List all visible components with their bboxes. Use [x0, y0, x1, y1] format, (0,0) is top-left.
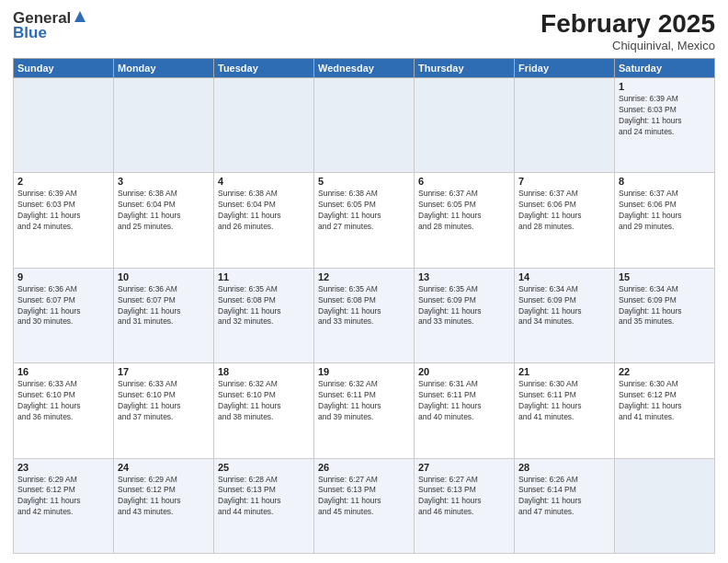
calendar-cell [415, 78, 515, 173]
day-number: 1 [619, 81, 711, 92]
calendar-cell: 16Sunrise: 6:33 AM Sunset: 6:10 PM Dayli… [14, 363, 114, 458]
day-number: 22 [619, 366, 711, 377]
calendar-cell: 14Sunrise: 6:34 AM Sunset: 6:09 PM Dayli… [515, 268, 615, 362]
day-number: 8 [619, 176, 711, 187]
calendar-cell: 1Sunrise: 6:39 AM Sunset: 6:03 PM Daylig… [615, 78, 715, 173]
day-number: 6 [418, 176, 510, 187]
day-number: 23 [17, 462, 109, 473]
day-info: Sunrise: 6:26 AM Sunset: 6:14 PM Dayligh… [518, 475, 610, 519]
day-number: 11 [218, 271, 310, 282]
day-number: 26 [318, 462, 410, 473]
calendar-cell: 25Sunrise: 6:28 AM Sunset: 6:13 PM Dayli… [214, 458, 314, 553]
calendar-cell: 27Sunrise: 6:27 AM Sunset: 6:13 PM Dayli… [415, 458, 515, 553]
day-info: Sunrise: 6:37 AM Sunset: 6:06 PM Dayligh… [518, 189, 610, 233]
day-number: 3 [118, 176, 210, 187]
day-number: 15 [619, 271, 711, 282]
day-number: 20 [418, 366, 510, 377]
calendar-cell: 6Sunrise: 6:37 AM Sunset: 6:05 PM Daylig… [415, 173, 515, 268]
day-number: 12 [318, 271, 410, 282]
weekday-header: Saturday [615, 59, 715, 78]
day-info: Sunrise: 6:38 AM Sunset: 6:04 PM Dayligh… [118, 189, 210, 233]
day-info: Sunrise: 6:31 AM Sunset: 6:11 PM Dayligh… [418, 379, 510, 423]
location: Chiquinival, Mexico [540, 39, 715, 52]
day-info: Sunrise: 6:28 AM Sunset: 6:13 PM Dayligh… [218, 475, 310, 519]
calendar-cell [14, 78, 114, 173]
day-info: Sunrise: 6:38 AM Sunset: 6:05 PM Dayligh… [318, 189, 410, 233]
calendar-cell: 10Sunrise: 6:36 AM Sunset: 6:07 PM Dayli… [114, 268, 214, 362]
calendar-table: SundayMondayTuesdayWednesdayThursdayFrid… [13, 58, 715, 554]
calendar-cell: 2Sunrise: 6:39 AM Sunset: 6:03 PM Daylig… [14, 173, 114, 268]
weekday-header: Thursday [415, 59, 515, 78]
weekday-header: Monday [114, 59, 214, 78]
day-number: 7 [518, 176, 610, 187]
page: General Blue February 2025 Chiquinival, … [0, 0, 728, 563]
calendar-cell: 3Sunrise: 6:38 AM Sunset: 6:04 PM Daylig… [114, 173, 214, 268]
month-title: February 2025 [540, 9, 715, 39]
calendar-cell: 7Sunrise: 6:37 AM Sunset: 6:06 PM Daylig… [515, 173, 615, 268]
calendar-cell: 28Sunrise: 6:26 AM Sunset: 6:14 PM Dayli… [515, 458, 615, 553]
day-info: Sunrise: 6:27 AM Sunset: 6:13 PM Dayligh… [418, 475, 510, 519]
day-info: Sunrise: 6:34 AM Sunset: 6:09 PM Dayligh… [619, 284, 711, 328]
calendar-cell: 18Sunrise: 6:32 AM Sunset: 6:10 PM Dayli… [214, 363, 314, 458]
calendar-cell: 12Sunrise: 6:35 AM Sunset: 6:08 PM Dayli… [314, 268, 415, 362]
day-number: 10 [118, 271, 210, 282]
calendar-cell: 15Sunrise: 6:34 AM Sunset: 6:09 PM Dayli… [615, 268, 715, 362]
day-info: Sunrise: 6:33 AM Sunset: 6:10 PM Dayligh… [17, 379, 109, 423]
day-info: Sunrise: 6:39 AM Sunset: 6:03 PM Dayligh… [619, 94, 711, 138]
day-number: 17 [118, 366, 210, 377]
weekday-header: Wednesday [314, 59, 415, 78]
day-info: Sunrise: 6:35 AM Sunset: 6:09 PM Dayligh… [418, 284, 510, 328]
day-info: Sunrise: 6:32 AM Sunset: 6:11 PM Dayligh… [318, 379, 410, 423]
calendar-cell: 5Sunrise: 6:38 AM Sunset: 6:05 PM Daylig… [314, 173, 415, 268]
svg-marker-0 [74, 11, 85, 22]
day-info: Sunrise: 6:29 AM Sunset: 6:12 PM Dayligh… [118, 475, 210, 519]
day-number: 9 [17, 271, 109, 282]
weekday-header: Tuesday [214, 59, 314, 78]
calendar-cell: 8Sunrise: 6:37 AM Sunset: 6:06 PM Daylig… [615, 173, 715, 268]
day-info: Sunrise: 6:36 AM Sunset: 6:07 PM Dayligh… [118, 284, 210, 328]
day-info: Sunrise: 6:30 AM Sunset: 6:12 PM Dayligh… [619, 379, 711, 423]
calendar-cell: 23Sunrise: 6:29 AM Sunset: 6:12 PM Dayli… [14, 458, 114, 553]
calendar-cell: 22Sunrise: 6:30 AM Sunset: 6:12 PM Dayli… [615, 363, 715, 458]
calendar-cell [214, 78, 314, 173]
calendar-cell: 17Sunrise: 6:33 AM Sunset: 6:10 PM Dayli… [114, 363, 214, 458]
calendar-cell: 19Sunrise: 6:32 AM Sunset: 6:11 PM Dayli… [314, 363, 415, 458]
day-info: Sunrise: 6:39 AM Sunset: 6:03 PM Dayligh… [17, 189, 109, 233]
day-number: 18 [218, 366, 310, 377]
calendar-cell: 24Sunrise: 6:29 AM Sunset: 6:12 PM Dayli… [114, 458, 214, 553]
day-info: Sunrise: 6:29 AM Sunset: 6:12 PM Dayligh… [17, 475, 109, 519]
day-info: Sunrise: 6:35 AM Sunset: 6:08 PM Dayligh… [318, 284, 410, 328]
calendar-cell: 26Sunrise: 6:27 AM Sunset: 6:13 PM Dayli… [314, 458, 415, 553]
day-number: 19 [318, 366, 410, 377]
calendar-cell: 21Sunrise: 6:30 AM Sunset: 6:11 PM Dayli… [515, 363, 615, 458]
header: General Blue February 2025 Chiquinival, … [13, 9, 715, 52]
calendar-cell: 4Sunrise: 6:38 AM Sunset: 6:04 PM Daylig… [214, 173, 314, 268]
day-number: 16 [17, 366, 109, 377]
day-info: Sunrise: 6:34 AM Sunset: 6:09 PM Dayligh… [518, 284, 610, 328]
calendar-cell [114, 78, 214, 173]
day-info: Sunrise: 6:30 AM Sunset: 6:11 PM Dayligh… [518, 379, 610, 423]
day-number: 21 [518, 366, 610, 377]
day-number: 27 [418, 462, 510, 473]
day-number: 28 [518, 462, 610, 473]
day-info: Sunrise: 6:38 AM Sunset: 6:04 PM Dayligh… [218, 189, 310, 233]
day-info: Sunrise: 6:27 AM Sunset: 6:13 PM Dayligh… [318, 475, 410, 519]
calendar-cell [515, 78, 615, 173]
logo-icon [73, 9, 87, 24]
day-info: Sunrise: 6:33 AM Sunset: 6:10 PM Dayligh… [118, 379, 210, 423]
day-info: Sunrise: 6:36 AM Sunset: 6:07 PM Dayligh… [17, 284, 109, 328]
day-number: 14 [518, 271, 610, 282]
calendar-cell: 20Sunrise: 6:31 AM Sunset: 6:11 PM Dayli… [415, 363, 515, 458]
day-number: 24 [118, 462, 210, 473]
title-block: February 2025 Chiquinival, Mexico [540, 9, 715, 52]
day-number: 13 [418, 271, 510, 282]
logo: General Blue [13, 9, 87, 42]
weekday-header: Friday [515, 59, 615, 78]
calendar-cell: 13Sunrise: 6:35 AM Sunset: 6:09 PM Dayli… [415, 268, 515, 362]
calendar-cell: 9Sunrise: 6:36 AM Sunset: 6:07 PM Daylig… [14, 268, 114, 362]
calendar-cell [615, 458, 715, 553]
day-number: 4 [218, 176, 310, 187]
day-number: 25 [218, 462, 310, 473]
day-info: Sunrise: 6:37 AM Sunset: 6:05 PM Dayligh… [418, 189, 510, 233]
weekday-header: Sunday [14, 59, 114, 78]
